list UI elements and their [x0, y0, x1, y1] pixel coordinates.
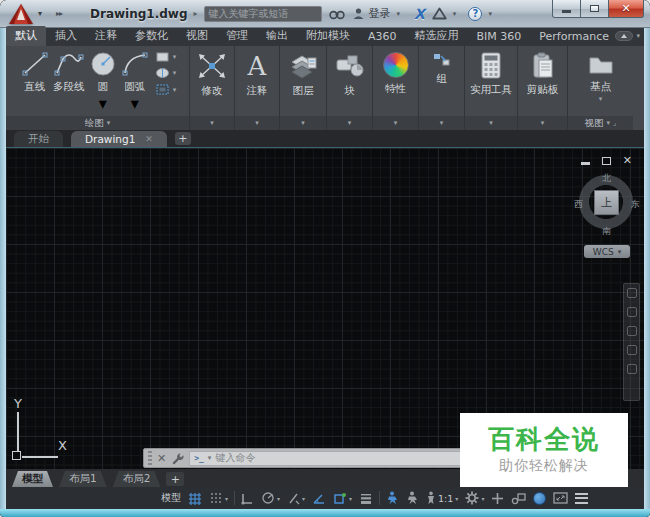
ribbon-tab-annotate[interactable]: 注释	[86, 26, 126, 46]
viewcube-west[interactable]: 西	[574, 198, 583, 211]
file-tab-start[interactable]: 开始	[14, 131, 63, 147]
new-layout-button[interactable]: +	[166, 472, 184, 486]
ribbon-tab-insert[interactable]: 插入	[46, 26, 86, 46]
panel-strip-group[interactable]: ▾	[419, 116, 464, 130]
group-button[interactable]: 组	[419, 46, 464, 116]
annotate-button[interactable]: A 注释	[235, 46, 279, 116]
tool-arc[interactable]: 圆弧 ▾	[119, 46, 151, 113]
annotation-visibility-toggle[interactable]	[383, 489, 402, 507]
doc-minimize-icon[interactable]	[581, 162, 590, 165]
viewcube-east[interactable]: 东	[631, 198, 640, 211]
polar-tracking-toggle[interactable]: ▾	[258, 489, 283, 507]
viewcube-south[interactable]: 南	[602, 225, 611, 238]
help-caret-icon[interactable]: ▾	[488, 10, 492, 18]
command-grip-handle[interactable]	[148, 451, 152, 465]
file-tab-close-icon[interactable]: ✕	[145, 134, 153, 144]
annotation-monitor-button[interactable]	[488, 489, 507, 507]
signin-caret-icon[interactable]: ▾	[397, 10, 401, 18]
ribbon-tab-home[interactable]: 默认	[6, 26, 46, 46]
command-line-bar[interactable]: ✕ >_ ▾ 键入命令	[143, 448, 487, 468]
navigation-bar[interactable]	[623, 283, 640, 401]
nav-orbit-icon[interactable]	[627, 345, 637, 355]
arc-dropdown-caret-icon[interactable]: ▾	[131, 94, 139, 113]
nav-motion-icon[interactable]	[627, 364, 637, 374]
nav-wheel-icon[interactable]	[627, 288, 637, 298]
statusbar-model-button[interactable]: 模型	[158, 489, 184, 507]
ribbon-tab-performance[interactable]: Performance	[530, 28, 618, 46]
viewcube-top-face[interactable]: 上	[594, 190, 619, 215]
panel-launcher-icon[interactable]: ⌟	[613, 119, 616, 127]
utilities-button[interactable]: 实用工具	[465, 46, 517, 116]
a360-triangle-icon[interactable]	[432, 7, 447, 20]
command-history-caret-icon[interactable]: ▾	[208, 454, 212, 462]
ribbon-tab-featured-apps[interactable]: 精选应用	[406, 26, 468, 46]
command-close-icon[interactable]: ✕	[157, 452, 166, 465]
doc-close-icon[interactable]: ✕	[623, 155, 632, 166]
basepoint-button[interactable]: 基点 ▾	[568, 46, 633, 116]
quick-access-expand-icon[interactable]: ▸▸	[56, 9, 62, 18]
workspace-switching-button[interactable]: ▾	[462, 489, 487, 507]
modify-button[interactable]: 修改	[190, 46, 234, 116]
nav-pan-icon[interactable]	[627, 307, 637, 317]
ribbon-tab-view[interactable]: 视图	[177, 26, 217, 46]
ribbon-tab-addins[interactable]: 附加模块	[297, 26, 359, 46]
nav-zoom-icon[interactable]	[627, 326, 637, 336]
panel-strip-view[interactable]: 视图 ▾ ⌟	[568, 116, 633, 130]
viewcube[interactable]: 北 南 西 东 上	[572, 172, 642, 238]
properties-button[interactable]: 特性	[373, 46, 418, 116]
panel-strip-block[interactable]: ▾	[327, 116, 372, 130]
snap-mode-toggle[interactable]: ▾	[206, 489, 231, 507]
ribbon-tab-output[interactable]: 输出	[257, 26, 297, 46]
ribbon-tab-manage[interactable]: 管理	[217, 26, 257, 46]
layout-tab-layout1[interactable]: 布局1	[59, 471, 107, 487]
tool-hatch[interactable]: ▾	[155, 83, 177, 96]
tool-ellipse[interactable]: ▾	[155, 67, 177, 79]
isometric-drafting-toggle[interactable]: ▾	[284, 489, 308, 507]
annotation-autoscale-toggle[interactable]	[403, 489, 422, 507]
tool-polyline[interactable]: 多段线	[51, 46, 87, 94]
exchange-apps-icon[interactable]: X	[414, 6, 425, 22]
basepoint-caret-icon[interactable]: ▾	[599, 95, 603, 103]
panel-strip-clipboard[interactable]: ▾	[518, 116, 567, 130]
panel-strip-utilities[interactable]: ▾	[465, 116, 517, 130]
block-button[interactable]: 块	[327, 46, 372, 116]
panel-strip-annotate[interactable]: ▾	[235, 116, 279, 130]
search-input[interactable]: 键入关键字或短语	[204, 6, 322, 22]
customization-menu-button[interactable]	[572, 489, 591, 507]
search-binoculars-icon[interactable]	[329, 8, 345, 20]
command-input[interactable]: >_ ▾ 键入命令	[189, 451, 482, 466]
layout-tab-layout2[interactable]: 布局2	[113, 471, 161, 487]
lineweight-toggle[interactable]	[356, 489, 376, 507]
clipboard-button[interactable]: 剪贴板	[518, 46, 567, 116]
ribbon-tab-a360[interactable]: A360	[359, 28, 406, 46]
app-menu-caret-icon[interactable]: ▾	[38, 9, 42, 18]
panel-strip-properties[interactable]: ▾	[373, 116, 418, 130]
panel-strip-layers[interactable]: ▾	[280, 116, 326, 130]
circle-dropdown-caret-icon[interactable]: ▾	[99, 94, 107, 113]
ribbon-tab-bim360[interactable]: BIM 360	[468, 28, 531, 46]
minimize-button[interactable]	[552, 0, 581, 18]
new-drawing-tab-button[interactable]: +	[175, 132, 191, 145]
help-icon[interactable]: ?	[468, 7, 482, 21]
clean-screen-button[interactable]	[550, 489, 571, 507]
tool-rectangle[interactable]: ▾	[155, 51, 177, 63]
wcs-dropdown[interactable]: WCS▾	[584, 245, 630, 258]
close-button[interactable]: ✕	[608, 0, 644, 18]
panel-strip-draw[interactable]: 绘图▾	[6, 116, 189, 130]
panel-strip-modify[interactable]: ▾	[190, 116, 234, 130]
tool-line[interactable]: 直线	[19, 46, 51, 94]
isolate-objects-button[interactable]	[508, 489, 529, 507]
grid-display-toggle[interactable]	[185, 489, 205, 507]
ribbon-tab-parametric[interactable]: 参数化	[126, 26, 177, 46]
layers-button[interactable]: 图层	[280, 46, 326, 116]
apps-caret-icon[interactable]: ▾	[453, 10, 457, 18]
layout-tab-model[interactable]: 模型	[12, 471, 53, 487]
title-caret-icon[interactable]: ▸	[194, 9, 198, 18]
object-snap-toggle[interactable]: ▾	[330, 489, 355, 507]
command-wrench-icon[interactable]	[171, 452, 184, 465]
ribbon-minimize-button[interactable]: ▾	[615, 31, 640, 41]
signin-user-icon[interactable]	[352, 7, 365, 20]
file-tab-drawing1[interactable]: Drawing1 ✕	[71, 131, 167, 147]
doc-restore-icon[interactable]	[602, 157, 611, 165]
signin-label[interactable]: 登录	[369, 6, 391, 21]
